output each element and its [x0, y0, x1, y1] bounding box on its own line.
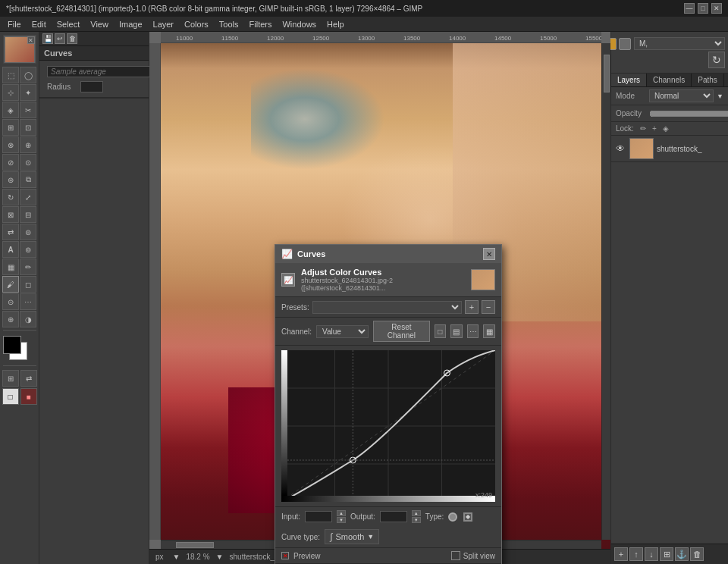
- menu-item-file[interactable]: File: [3, 18, 26, 30]
- menu-item-select[interactable]: Select: [52, 18, 85, 30]
- channel-select[interactable]: Value Red Green Blue Alpha: [316, 325, 369, 338]
- right-panel-refresh-button[interactable]: ↻: [708, 52, 725, 68]
- tool-paintbrush[interactable]: 🖌: [2, 276, 19, 293]
- maximize-button[interactable]: □: [698, 3, 708, 14]
- curve-type-selector[interactable]: ∫ Smooth ▼: [325, 529, 379, 544]
- restore-tool-options-icon[interactable]: ↩: [55, 33, 65, 44]
- tab-layers[interactable]: Layers: [611, 74, 647, 86]
- lock-alpha-icon[interactable]: ◈: [663, 124, 669, 133]
- delete-tool-options-icon[interactable]: 🗑: [67, 33, 77, 44]
- tool-move[interactable]: ⊛: [2, 171, 19, 188]
- tool-ellipse-select[interactable]: ◯: [20, 67, 36, 83]
- zoom-dropdown2[interactable]: ▼: [216, 553, 224, 561]
- minimize-button[interactable]: —: [684, 3, 695, 14]
- lock-position-icon[interactable]: +: [652, 124, 657, 133]
- menu-item-tools[interactable]: Tools: [215, 18, 243, 30]
- right-panel-dropdown[interactable]: M,: [634, 37, 725, 50]
- type-radio-smooth[interactable]: ◆: [463, 512, 472, 522]
- presets-select[interactable]: [312, 301, 462, 314]
- color-swatch-3[interactable]: [619, 38, 631, 50]
- split-view-checkbox[interactable]: [451, 551, 460, 560]
- add-preset-button[interactable]: +: [465, 300, 479, 314]
- close-button[interactable]: ✕: [711, 3, 722, 14]
- input-spin-up[interactable]: ▲: [337, 510, 346, 516]
- mode-select[interactable]: Normal Multiply Screen Overlay: [649, 89, 714, 102]
- v-scroll-thumb[interactable]: [604, 55, 610, 92]
- menu-item-layer[interactable]: Layer: [149, 18, 179, 30]
- lock-pixels-icon[interactable]: ✏: [640, 124, 646, 133]
- tool-measure[interactable]: ⊘: [2, 154, 19, 171]
- tool-airbrush[interactable]: ⊝: [2, 293, 19, 310]
- tool-fuzzy-select[interactable]: ✦: [20, 84, 36, 101]
- save-tool-options-icon[interactable]: 💾: [42, 33, 53, 44]
- merge-channels-icon[interactable]: ▤: [450, 324, 463, 338]
- menu-item-filters[interactable]: Filters: [245, 18, 277, 30]
- channel-options-icon[interactable]: ▦: [483, 324, 495, 338]
- tool-transform-3d[interactable]: ⊜: [20, 224, 36, 240]
- tool-select-by-color[interactable]: ◈: [2, 102, 19, 118]
- dialog-close-button[interactable]: ✕: [483, 248, 495, 260]
- dialog-titlebar[interactable]: 📈 Curves ✕: [275, 245, 501, 263]
- foreground-color-swatch[interactable]: [3, 336, 21, 354]
- type-radio-linear[interactable]: [448, 512, 457, 522]
- tool-dodge-burn[interactable]: ◑: [20, 311, 36, 327]
- tool-color-picker[interactable]: ⊗: [2, 136, 19, 153]
- tab-channels[interactable]: Channels: [647, 74, 692, 86]
- quick-swap-colors[interactable]: ⇄: [20, 370, 37, 387]
- delete-preset-button[interactable]: −: [482, 300, 495, 314]
- menu-item-edit[interactable]: Edit: [27, 18, 51, 30]
- input-spin-down[interactable]: ▼: [337, 517, 346, 523]
- tool-paths[interactable]: ⊡: [20, 119, 36, 136]
- tool-flip[interactable]: ⇄: [2, 224, 19, 240]
- tool-rotate[interactable]: ↻: [2, 189, 19, 205]
- curve-type-dropdown-icon[interactable]: ▼: [367, 533, 374, 540]
- reset-channel-button[interactable]: Reset Channel: [373, 321, 429, 342]
- quick-reset-colors[interactable]: ⊞: [2, 370, 19, 387]
- tool-foreground-select[interactable]: ⊞: [2, 119, 19, 136]
- tool-zoom[interactable]: ⊕: [20, 136, 36, 153]
- menu-item-image[interactable]: Image: [115, 18, 147, 30]
- output-spin-down[interactable]: ▼: [412, 517, 421, 523]
- tool-paintbucket[interactable]: ⊚: [20, 241, 36, 258]
- preview-checkbox[interactable]: ✕: [281, 552, 289, 559]
- tool-perspective[interactable]: ⊟: [20, 206, 36, 223]
- edit-channel-icon[interactable]: □: [435, 324, 447, 338]
- tool-ink[interactable]: ⋯: [20, 293, 36, 310]
- vertical-scrollbar[interactable]: [601, 43, 610, 540]
- delete-layer-button[interactable]: 🗑: [690, 547, 704, 561]
- tool-pencil[interactable]: ✏: [20, 258, 36, 275]
- tool-free-select[interactable]: ⊹: [2, 84, 19, 101]
- menu-item-colors[interactable]: Colors: [180, 18, 213, 30]
- anchor-layer-button[interactable]: ⚓: [675, 547, 689, 561]
- tool-gradient[interactable]: ▦: [2, 258, 19, 275]
- tool-align[interactable]: ⊙: [20, 154, 36, 171]
- menu-item-windows[interactable]: Windows: [278, 18, 321, 30]
- tool-scale[interactable]: ⤢: [20, 189, 36, 205]
- close-preview-icon[interactable]: ✕: [27, 36, 35, 44]
- quick-mask-off[interactable]: □: [2, 388, 19, 405]
- radius-input[interactable]: 3: [80, 81, 103, 92]
- menu-item-help[interactable]: Help: [322, 18, 349, 30]
- tool-scissors[interactable]: ✂: [20, 102, 36, 118]
- canvas-area[interactable]: 11000 11500 12000 12500 13000 13500 1400…: [149, 32, 610, 564]
- h-scroll-thumb[interactable]: [176, 542, 214, 548]
- channel-menu-icon[interactable]: ⋯: [467, 324, 479, 338]
- output-spin-up[interactable]: ▲: [412, 510, 421, 516]
- new-layer-button[interactable]: +: [614, 547, 628, 561]
- quick-mask-on[interactable]: ■: [20, 388, 37, 405]
- tool-eraser[interactable]: ◻: [20, 276, 36, 293]
- duplicate-layer-button[interactable]: ⊞: [660, 547, 673, 561]
- tool-smudge[interactable]: ⊕: [2, 311, 19, 327]
- sample-input[interactable]: [47, 66, 151, 77]
- tool-shear[interactable]: ⊠: [2, 206, 19, 223]
- layer-visibility-toggle[interactable]: 👁: [614, 143, 626, 155]
- tool-crop[interactable]: ⧉: [20, 171, 36, 188]
- menu-item-view[interactable]: View: [86, 18, 113, 30]
- tab-paths[interactable]: Paths: [692, 74, 724, 86]
- input-value[interactable]: 64: [305, 511, 332, 522]
- opacity-slider[interactable]: [649, 109, 728, 118]
- tool-text[interactable]: A: [2, 241, 19, 258]
- tool-rectangle-select[interactable]: ⬚: [2, 67, 19, 83]
- curves-graph[interactable]: x:249: [281, 350, 495, 502]
- mode-dropdown-icon[interactable]: ▼: [717, 92, 723, 100]
